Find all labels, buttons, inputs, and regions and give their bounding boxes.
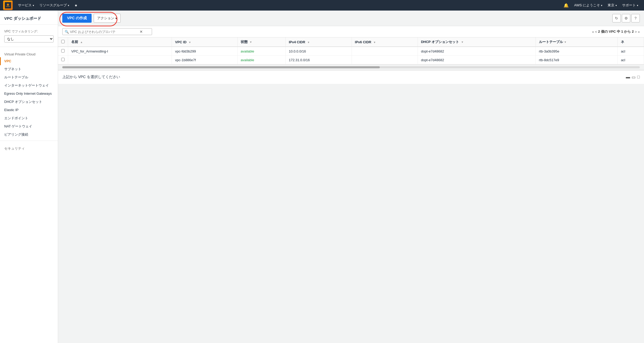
group-virtual-private-cloud: Virtual Private Cloud	[0, 49, 58, 57]
actions-button[interactable]: アクション ▾	[94, 14, 121, 23]
table-header-row: 名前 ▲ VPC ID ▼ 状態 ▼ IPv4 CIDR ▼ IPv6 CIDR…	[58, 37, 644, 47]
col-ipv6[interactable]: IPv6 CIDR ▼	[352, 37, 418, 47]
cell-ipv4_cidr-1: 172.31.0.0/16	[286, 56, 352, 64]
row-checkbox-0[interactable]	[61, 49, 65, 53]
search-input[interactable]	[70, 30, 139, 34]
col-vpc-id[interactable]: VPC ID ▼	[172, 37, 237, 47]
filter-label: VPC でフィルタリング:	[0, 27, 58, 34]
bookmarks-button[interactable]: ★	[72, 0, 80, 11]
pag-next-button[interactable]: >	[635, 30, 637, 34]
notifications-button[interactable]: 🔔	[561, 0, 571, 11]
sidebar-item-egress-only[interactable]: Egress Only Internet Gateways	[0, 90, 58, 98]
sidebar-item-vpc[interactable]: VPC	[0, 57, 58, 65]
sidebar-item-internet-gateways[interactable]: インターネットゲートウェイ	[0, 82, 58, 90]
layout-icon-1[interactable]: ▬	[626, 75, 630, 80]
sidebar: VPC ダッシュボード VPC でフィルタリング: なし Virtual Pri…	[0, 11, 58, 343]
sort-vpc-id-icon: ▼	[188, 41, 191, 44]
gear-icon: ⚙	[624, 16, 628, 20]
filter-input-wrap: 🔍 ✕	[62, 28, 152, 35]
vpc-filter-select[interactable]: なし	[4, 35, 54, 42]
support-menu[interactable]: サポート ▾	[619, 0, 641, 11]
table-row[interactable]: vpc-1b886e7favailable172.31.0.0/16dopt-e…	[58, 56, 644, 64]
services-caret: ▾	[33, 4, 34, 7]
cell-ipv4_cidr-0: 10.0.0.0/16	[286, 47, 352, 56]
settings-button[interactable]: ⚙	[622, 14, 630, 22]
pagination: « < 2 個の VPC 中 1 から 2 > »	[592, 29, 640, 34]
col-route-table[interactable]: ルートテーブル▼	[536, 37, 618, 47]
svg-rect-1	[7, 4, 9, 6]
col-checkbox[interactable]	[58, 37, 68, 47]
scrollbar-track	[62, 66, 640, 68]
aws-logo	[3, 1, 13, 10]
col-state[interactable]: 状態 ▼	[237, 37, 286, 47]
cell-network_acl-1: acl	[618, 56, 644, 64]
cell-dhcp_options-1: dopt-e7d48682	[418, 56, 536, 64]
pagination-text: 2 個の VPC 中 1 から 2	[598, 29, 634, 34]
create-vpc-button[interactable]: VPC の作成	[62, 14, 92, 23]
cell-state-1: available	[237, 56, 286, 64]
sort-state-icon: ▼	[249, 41, 252, 44]
refresh-icon: ↻	[615, 16, 618, 20]
detail-area: 上記から VPC を選択してください ▬ ▭ □	[58, 70, 644, 84]
main-content: VPC の作成 アクション ▾ ↻ ⚙ ? 🔍	[58, 11, 644, 343]
detail-area-text: 上記から VPC を選択してください	[62, 75, 120, 79]
sidebar-item-elastic-ip[interactable]: Elastic IP	[0, 106, 58, 114]
scrollbar-thumb[interactable]	[62, 66, 380, 68]
cell-dhcp_options-0: dopt-e7d48682	[418, 47, 536, 56]
sidebar-item-dhcp[interactable]: DHCP オプションセット	[0, 98, 58, 106]
aws-account-menu[interactable]: AWS にようこそ ▾	[571, 0, 605, 11]
cell-route_table-1: rtb-8dc517e9	[536, 56, 618, 64]
cell-name-0: VPC_for_Armwrestling-I	[68, 47, 172, 56]
cell-route_table-0: rtb-3a0b395e	[536, 47, 618, 56]
sort-ipv6-icon: ▼	[373, 41, 376, 44]
col-dhcp[interactable]: DHCP オプションセット ▼	[418, 37, 536, 47]
sort-name-icon: ▲	[80, 41, 83, 44]
toolbar: VPC の作成 アクション ▾ ↻ ⚙ ?	[58, 11, 644, 26]
resource-groups-menu[interactable]: リソースグループ ▾	[37, 0, 72, 11]
pag-prev-button[interactable]: <	[595, 30, 597, 34]
sidebar-item-subnets[interactable]: サブネット	[0, 65, 58, 73]
cell-name-1	[68, 56, 172, 64]
detail-area-icons: ▬ ▭ □	[626, 75, 640, 80]
cell-vpc_id-1: vpc-1b886e7f	[172, 56, 237, 64]
pag-last-button[interactable]: »	[638, 30, 640, 34]
refresh-button[interactable]: ↻	[612, 14, 621, 22]
support-caret: ▾	[637, 4, 638, 7]
vpc-table: 名前 ▲ VPC ID ▼ 状態 ▼ IPv4 CIDR ▼ IPv6 CIDR…	[58, 37, 644, 64]
row-checkbox-1[interactable]	[61, 58, 65, 61]
cell-ipv6_cidr-1	[352, 56, 418, 64]
col-network-acl[interactable]: ネ	[618, 37, 644, 47]
cell-state-0: available	[237, 47, 286, 56]
bell-icon: 🔔	[564, 3, 569, 8]
horizontal-scrollbar[interactable]	[58, 64, 644, 70]
layout-icon-2[interactable]: ▭	[632, 75, 636, 80]
star-icon: ★	[74, 3, 78, 7]
cell-vpc_id-0: vpc-fdd3b299	[172, 47, 237, 56]
select-all-checkbox[interactable]	[61, 40, 65, 43]
layout-icon-3[interactable]: □	[637, 75, 640, 80]
services-menu[interactable]: サービス ▾	[15, 0, 37, 11]
cell-network_acl-0: acl	[618, 47, 644, 56]
sidebar-item-endpoints[interactable]: エンドポイント	[0, 114, 58, 122]
sidebar-item-route-tables[interactable]: ルートテーブル	[0, 73, 58, 82]
filter-bar: 🔍 ✕ « < 2 個の VPC 中 1 から 2 > »	[58, 26, 644, 37]
search-icon: 🔍	[65, 30, 69, 34]
col-ipv4[interactable]: IPv4 CIDR ▼	[286, 37, 352, 47]
sort-dhcp-icon: ▼	[461, 41, 464, 44]
sort-ipv4-icon: ▼	[307, 41, 310, 44]
region-menu[interactable]: 東京 ▾	[605, 0, 619, 11]
col-name[interactable]: 名前 ▲	[68, 37, 172, 47]
group-security: セキュリティ	[0, 143, 58, 152]
sort-route-icon: ▼	[564, 41, 567, 44]
account-caret: ▾	[601, 4, 602, 7]
sidebar-item-peering[interactable]: ピアリング接続	[0, 131, 58, 139]
pag-first-button[interactable]: «	[592, 30, 594, 34]
clear-filter-button[interactable]: ✕	[140, 30, 143, 34]
help-button[interactable]: ?	[631, 14, 640, 22]
sidebar-item-nat-gateways[interactable]: NAT ゲートウェイ	[0, 122, 58, 131]
table-scroll-area: 名前 ▲ VPC ID ▼ 状態 ▼ IPv4 CIDR ▼ IPv6 CIDR…	[58, 37, 644, 64]
dashboard-title: VPC ダッシュボード	[0, 14, 58, 22]
actions-caret-icon: ▾	[115, 16, 117, 20]
region-caret: ▾	[615, 4, 617, 7]
table-row[interactable]: VPC_for_Armwrestling-Ivpc-fdd3b299availa…	[58, 47, 644, 56]
